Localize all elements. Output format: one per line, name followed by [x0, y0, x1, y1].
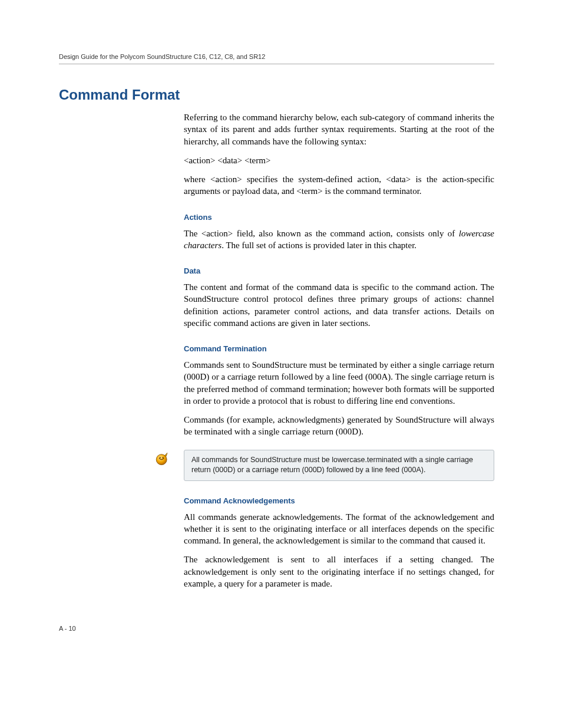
termination-paragraph-2: Commands (for example, acknowledgments) … — [184, 414, 494, 438]
actions-text-a: The <action> field, also known as the co… — [184, 229, 459, 238]
section-ack-heading: Command Acknowledgements — [184, 496, 494, 505]
intro-paragraph-1: Referring to the command hierarchy below… — [184, 111, 494, 147]
intro-paragraph-2: where <action> specifies the system-defi… — [184, 173, 494, 197]
ack-paragraph-2: The acknowledgement is sent to all inter… — [184, 554, 494, 589]
actions-text-b: . The full set of actions is provided la… — [222, 241, 416, 250]
page-number: A - 10 — [59, 625, 494, 632]
intro-syntax: <action> <data> <term> — [184, 154, 494, 166]
section-actions-heading: Actions — [184, 213, 494, 222]
section-termination-heading: Command Termination — [184, 344, 494, 353]
section-data-heading: Data — [184, 266, 494, 275]
note-row: All commands for SoundStructure must be … — [154, 450, 494, 481]
note-box: All commands for SoundStructure must be … — [184, 450, 494, 481]
termination-paragraph-1: Commands sent to SoundStructure must be … — [184, 359, 494, 407]
data-paragraph: The content and format of the command da… — [184, 281, 494, 329]
svg-point-1 — [160, 457, 161, 458]
actions-paragraph: The <action> field, also known as the co… — [184, 228, 494, 252]
ack-paragraph-1: All commands generate acknowledgements. … — [184, 511, 494, 547]
page: Design Guide for the Polycom SoundStruct… — [0, 0, 562, 667]
running-header: Design Guide for the Polycom SoundStruct… — [59, 53, 494, 64]
page-title: Command Format — [59, 87, 494, 103]
content-area: Referring to the command hierarchy below… — [184, 111, 494, 589]
note-icon — [154, 451, 170, 466]
svg-point-2 — [163, 457, 164, 458]
